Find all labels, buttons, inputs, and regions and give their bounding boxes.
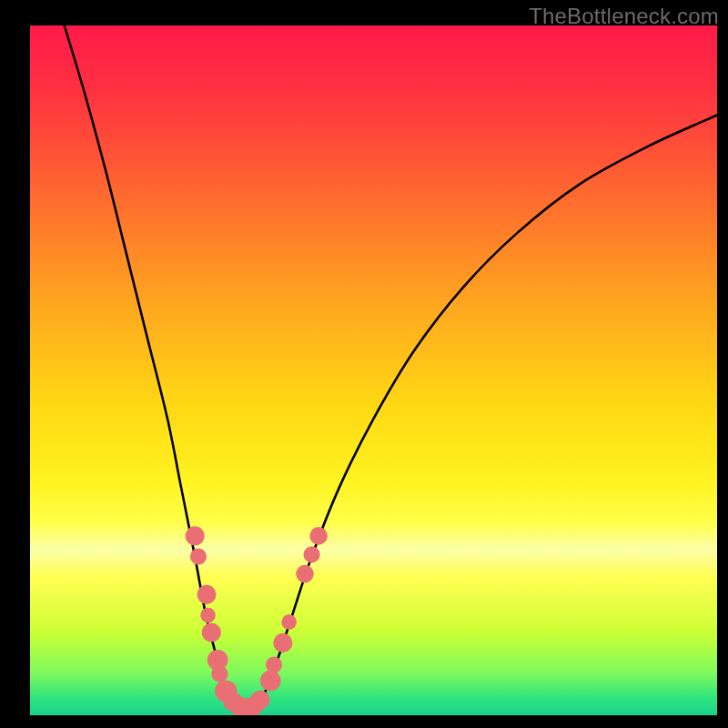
watermark-text: TheBottleneck.com	[529, 4, 719, 29]
highlight-dot	[197, 585, 216, 604]
highlight-dot	[309, 527, 328, 545]
highlight-dot	[250, 691, 269, 710]
highlight-dot	[273, 633, 292, 652]
highlight-dot	[260, 671, 281, 692]
highlight-dot	[303, 546, 319, 562]
highlight-dot	[281, 614, 297, 630]
highlight-dot	[296, 565, 314, 583]
plot-area	[30, 25, 717, 715]
highlight-dot	[200, 608, 216, 623]
outer-frame: TheBottleneck.com	[0, 0, 728, 728]
highlight-dot	[266, 657, 282, 673]
highlight-dot	[186, 526, 205, 545]
highlight-dot	[211, 665, 228, 682]
chart-svg	[30, 25, 717, 715]
gradient-background	[30, 25, 717, 715]
highlight-dot	[202, 622, 221, 642]
highlight-dot	[190, 549, 207, 565]
